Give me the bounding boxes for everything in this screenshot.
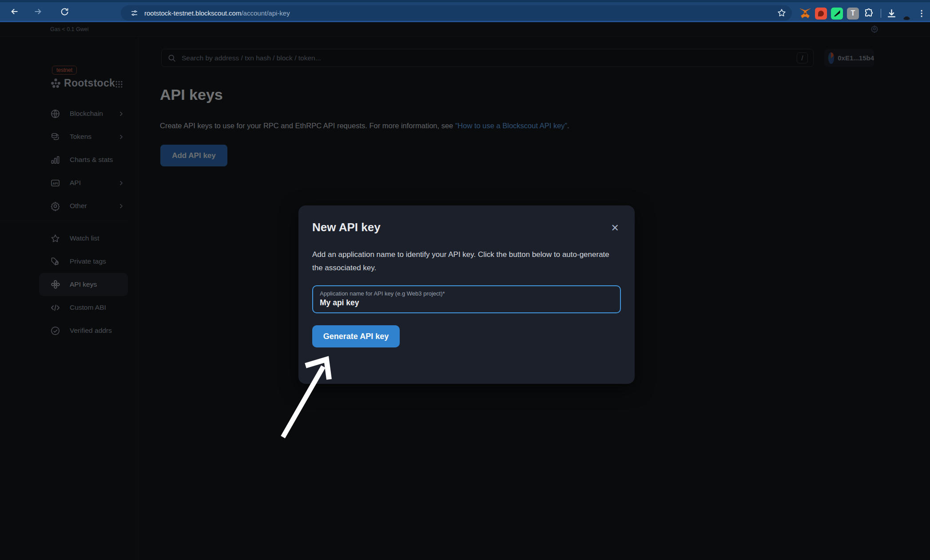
red-extension-icon[interactable] [815,8,827,20]
application-name-field[interactable]: Application name for API key (e.g Web3 p… [312,285,621,313]
browser-reload-button[interactable] [57,4,72,19]
application-name-input[interactable] [320,298,613,308]
browser-menu-icon[interactable]: ⋮ [918,8,926,18]
modal-description: Add an application name to identify your… [312,248,619,275]
green-extension-icon[interactable] [831,8,843,20]
bookmark-star-icon[interactable] [777,8,787,19]
browser-extensions-area: T ⋮ [799,4,930,22]
browser-back-button[interactable] [7,4,22,19]
url-domain: rootstock-testnet.blockscout.com [144,9,241,17]
browser-toolbar: rootstock-testnet.blockscout.com/account… [0,0,930,22]
modal-close-button[interactable]: ✕ [609,221,621,235]
t-extension-glyph: T [851,9,855,17]
metamask-extension-icon[interactable] [799,8,811,20]
fox-icon [799,8,811,19]
annotation-arrow-icon [249,328,364,470]
t-extension-icon[interactable]: T [847,8,859,20]
screen: rootstock-testnet.blockscout.com/account… [0,0,930,560]
reload-icon [60,7,69,16]
green-extension-glyph [834,10,840,16]
blockscout-page: Gas < 0.1 Gwei testnet Rootstock [0,22,930,560]
application-name-label: Application name for API key (e.g Web3 p… [320,290,613,297]
browser-forward-button[interactable] [30,4,45,19]
downloads-icon[interactable] [886,8,898,20]
toolbar-separator [881,9,881,18]
browser-profile-avatar[interactable] [900,7,913,20]
forward-arrow-icon [33,7,43,16]
back-arrow-icon [10,7,20,16]
red-extension-glyph [818,11,824,16]
url-path: /account/api-key [241,9,290,17]
site-settings-icon[interactable] [131,9,138,17]
address-bar[interactable]: rootstock-testnet.blockscout.com/account… [121,5,792,21]
modal-title: New API key [312,221,381,234]
extensions-puzzle-icon[interactable] [863,8,875,20]
